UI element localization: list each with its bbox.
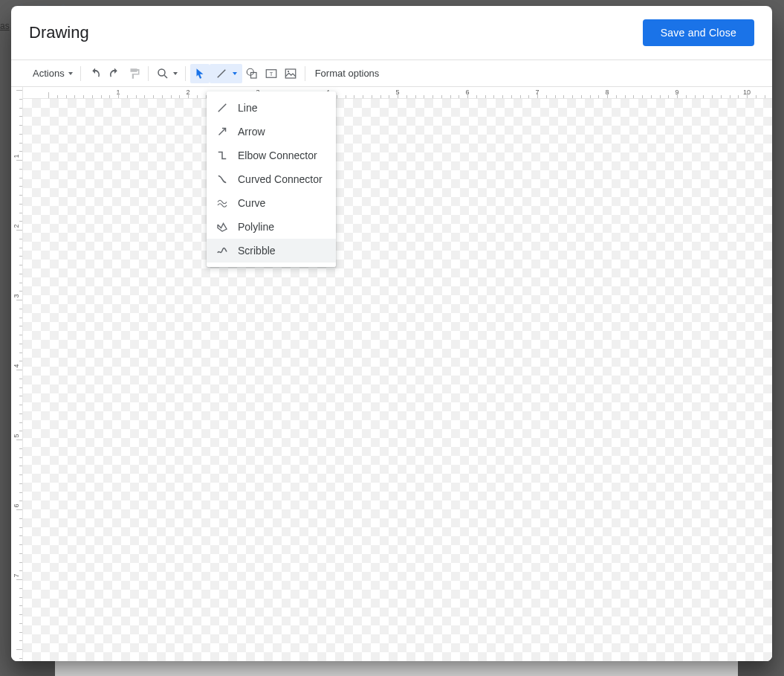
line-icon (216, 101, 229, 115)
line-menu-item-scribble[interactable]: Scribble (207, 239, 336, 263)
line-menu-item-elbow[interactable]: Elbow Connector (207, 144, 336, 167)
ruler-number: 4 (13, 362, 20, 370)
vertical-ruler[interactable]: 1234567 (11, 87, 23, 661)
format-options-label: Format options (313, 68, 382, 79)
caret-down-icon (233, 72, 237, 75)
svg-line-4 (217, 69, 225, 77)
toolbar-separator (80, 66, 81, 81)
redo-icon (108, 67, 121, 80)
svg-line-3 (164, 75, 167, 78)
svg-text:T: T (269, 71, 273, 77)
svg-rect-9 (285, 69, 296, 78)
ruler-number: 7 (13, 572, 20, 579)
line-menu-item-curved[interactable]: Curved Connector (207, 167, 336, 191)
scribble-icon (216, 244, 229, 257)
actions-label: Actions (30, 68, 67, 79)
line-menu-item-label: Curved Connector (238, 173, 323, 185)
elbow-icon (216, 149, 229, 162)
shape-icon (245, 67, 259, 80)
line-menu-item-label: Arrow (238, 126, 265, 138)
cursor-icon (193, 67, 207, 80)
line-menu-item-curve[interactable]: Curve (207, 191, 336, 215)
backdrop-link: as (0, 21, 10, 31)
line-menu-item-label: Line (238, 102, 257, 114)
textbox-tool-button[interactable]: T (262, 64, 281, 83)
toolbar-separator (185, 66, 186, 81)
ruler-number: 3 (13, 292, 20, 300)
line-menu-item-line[interactable]: Line (207, 96, 336, 120)
redo-button[interactable] (105, 64, 124, 83)
line-menu-item-arrow[interactable]: Arrow (207, 120, 336, 144)
undo-button[interactable] (85, 64, 105, 83)
curved-icon (216, 173, 229, 186)
image-tool-button[interactable] (281, 64, 300, 83)
modal-header: Drawing Save and Close (11, 6, 772, 60)
paint-format-icon (127, 67, 140, 80)
arrow-icon (216, 125, 229, 138)
line-menu-item-label: Polyline (238, 221, 274, 233)
shape-tool-button[interactable] (242, 64, 262, 83)
drawing-modal: Drawing Save and Close Actions (11, 6, 772, 661)
zoom-icon (156, 67, 169, 80)
save-and-close-button[interactable]: Save and Close (643, 19, 754, 46)
svg-line-12 (219, 129, 226, 135)
caret-down-icon (68, 72, 73, 75)
ruler-number: 2 (13, 222, 20, 230)
line-menu-item-label: Elbow Connector (238, 149, 317, 161)
line-tool-dropdown: LineArrowElbow ConnectorCurved Connector… (207, 91, 336, 267)
line-menu-item-polyline[interactable]: Polyline (207, 215, 336, 239)
drawing-canvas[interactable] (23, 99, 772, 661)
zoom-button[interactable] (153, 64, 181, 83)
textbox-icon: T (265, 67, 278, 80)
ruler-number: 1 (13, 152, 20, 160)
polyline-icon (216, 220, 229, 234)
image-icon (284, 67, 297, 80)
paint-format-button[interactable] (124, 64, 143, 83)
svg-point-2 (158, 69, 165, 76)
svg-line-11 (218, 104, 227, 112)
ruler-number: 5 (13, 432, 20, 440)
horizontal-ruler[interactable]: 12345678910 (23, 87, 772, 99)
select-tool-button[interactable] (190, 64, 210, 83)
toolbar-separator (148, 66, 149, 81)
svg-point-10 (288, 70, 289, 71)
modal-title: Drawing (29, 23, 89, 42)
undo-icon (88, 67, 102, 80)
actions-menu-button[interactable]: Actions (27, 64, 76, 83)
line-menu-item-label: Scribble (238, 245, 276, 257)
line-tool-button[interactable] (210, 64, 242, 83)
svg-point-5 (247, 68, 253, 75)
canvas-wrap: 1234567 12345678910 (11, 87, 772, 661)
ruler-number: 6 (13, 502, 20, 509)
drawing-toolbar: Actions T (11, 60, 772, 87)
curve-icon (216, 196, 229, 210)
line-menu-item-label: Curve (238, 197, 265, 209)
toolbar-separator (305, 66, 305, 81)
line-tool-icon (215, 67, 228, 80)
caret-down-icon (173, 72, 178, 75)
format-options-button[interactable]: Format options (310, 64, 385, 83)
